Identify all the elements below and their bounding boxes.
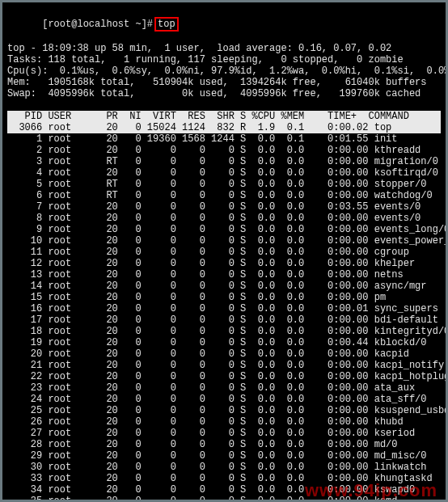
process-row: 3 root RT 0 0 0 0 S 0.0 0.0 0:00.00 migr… — [7, 156, 441, 167]
process-row: 21 root 20 0 0 0 0 S 0.0 0.0 0:00.00 kac… — [7, 360, 441, 371]
process-row: 3066 root 20 0 15024 1124 832 R 1.9 0.1 … — [7, 122, 441, 133]
blank-line — [7, 99, 441, 111]
top-tasks-line: Tasks: 118 total, 1 running, 117 sleepin… — [7, 54, 441, 65]
terminal-window[interactable]: [root@localhost ~]#top top - 18:09:38 up… — [0, 0, 448, 502]
process-table-header: PID USER PR NI VIRT RES SHR S %CPU %MEM … — [7, 111, 441, 122]
process-row: 19 root 20 0 0 0 0 S 0.0 0.0 0:00.44 kbl… — [7, 337, 441, 348]
top-swap-line: Swap: 4095996k total, 0k used, 4095996k … — [7, 88, 441, 99]
watermark: www.94ip.com — [305, 485, 437, 496]
process-row: 18 root 20 0 0 0 0 S 0.0 0.0 0:00.00 kin… — [7, 326, 441, 337]
process-row: 7 root 20 0 0 0 0 S 0.0 0.0 0:03.55 even… — [7, 201, 441, 213]
process-row: 12 root 20 0 0 0 0 S 0.0 0.0 0:00.00 khe… — [7, 258, 441, 269]
process-row: 28 root 20 0 0 0 0 S 0.0 0.0 0:00.00 md/… — [7, 439, 441, 450]
process-row: 11 root 20 0 0 0 0 S 0.0 0.0 0:00.00 cgr… — [7, 247, 441, 258]
top-uptime-line: top - 18:09:38 up 58 min, 1 user, load a… — [7, 43, 441, 54]
process-row: 27 root 20 0 0 0 0 S 0.0 0.0 0:00.00 kse… — [7, 428, 441, 439]
process-table: 3066 root 20 0 15024 1124 832 R 1.9 0.1 … — [7, 122, 441, 502]
process-row: 30 root 20 0 0 0 0 S 0.0 0.0 0:00.00 lin… — [7, 462, 441, 473]
process-row: 20 root 20 0 0 0 0 S 0.0 0.0 0:00.00 kac… — [7, 348, 441, 360]
process-row: 22 root 20 0 0 0 0 S 0.0 0.0 0:00.00 kac… — [7, 371, 441, 382]
process-row: 9 root 20 0 0 0 0 S 0.0 0.0 0:00.00 even… — [7, 224, 441, 235]
process-row: 4 root 20 0 0 0 0 S 0.0 0.0 0:00.00 ksof… — [7, 167, 441, 179]
process-row: 25 root 20 0 0 0 0 S 0.0 0.0 0:00.00 ksu… — [7, 405, 441, 416]
process-row: 1 root 20 0 19360 1568 1244 S 0.0 0.1 0:… — [7, 133, 441, 145]
top-cpu-line: Cpu(s): 0.1%us, 0.6%sy, 0.0%ni, 97.9%id,… — [7, 65, 441, 77]
process-row: 2 root 20 0 0 0 0 S 0.0 0.0 0:00.00 kthr… — [7, 145, 441, 156]
shell-prompt: [root@localhost ~]#top — [7, 6, 441, 43]
process-row: 24 root 20 0 0 0 0 S 0.0 0.0 0:00.00 ata… — [7, 394, 441, 405]
process-row: 8 root 20 0 0 0 0 S 0.0 0.0 0:00.00 even… — [7, 213, 441, 224]
process-row: 10 root 20 0 0 0 0 S 0.0 0.0 0:00.00 eve… — [7, 235, 441, 247]
process-row: 6 root RT 0 0 0 0 S 0.0 0.0 0:00.00 watc… — [7, 190, 441, 201]
process-row: 14 root 20 0 0 0 0 S 0.0 0.0 0:00.00 asy… — [7, 281, 441, 292]
process-row: 13 root 20 0 0 0 0 S 0.0 0.0 0:00.00 net… — [7, 269, 441, 281]
process-row: 29 root 20 0 0 0 0 S 0.0 0.0 0:00.00 md_… — [7, 450, 441, 462]
process-row: 15 root 20 0 0 0 0 S 0.0 0.0 0:00.00 pm — [7, 292, 441, 303]
process-row: 16 root 20 0 0 0 0 S 0.0 0.0 0:00.01 syn… — [7, 303, 441, 314]
process-row: 26 root 20 0 0 0 0 S 0.0 0.0 0:00.00 khu… — [7, 416, 441, 428]
top-mem-line: Mem: 1905168k total, 510904k used, 13942… — [7, 77, 441, 88]
process-row: 23 root 20 0 0 0 0 S 0.0 0.0 0:00.00 ata… — [7, 382, 441, 394]
process-row: 17 root 20 0 0 0 0 S 0.0 0.0 0:00.00 bdi… — [7, 314, 441, 326]
highlighted-command: top — [154, 17, 179, 32]
process-row: 5 root RT 0 0 0 0 S 0.0 0.0 0:00.00 stop… — [7, 179, 441, 190]
